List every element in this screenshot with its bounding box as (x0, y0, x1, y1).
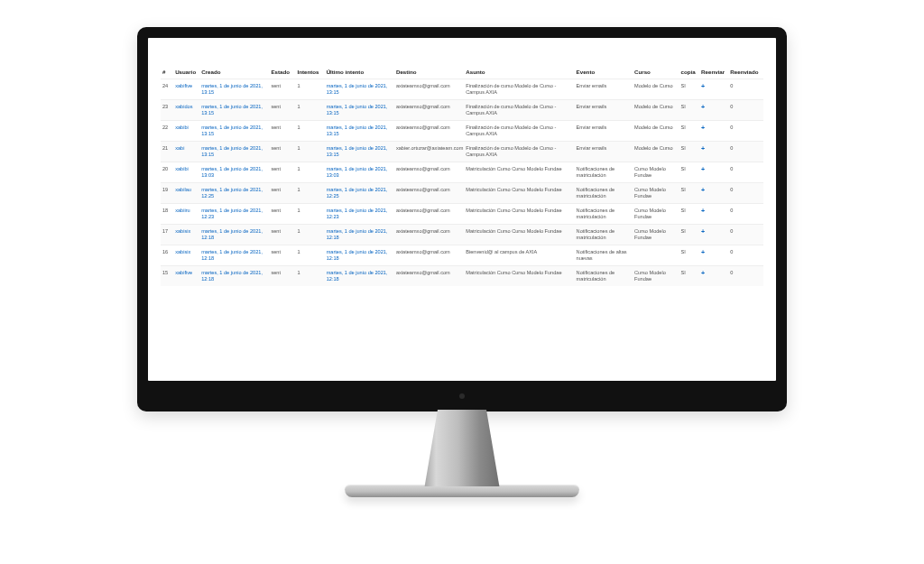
col-header-course: Curso (633, 65, 679, 79)
plus-icon[interactable]: + (701, 249, 705, 257)
cell-num: 18 (161, 203, 173, 224)
cell-num: 19 (161, 182, 173, 203)
cell-resend[interactable]: + (699, 182, 728, 203)
cell-created[interactable]: martes, 1 de junio de 2021, 13:15 (199, 141, 269, 162)
cell-last[interactable]: martes, 1 de junio de 2021, 12:18 (325, 224, 394, 245)
cell-state: sent (269, 79, 295, 100)
plus-icon[interactable]: + (701, 228, 705, 236)
cell-created[interactable]: martes, 1 de junio de 2021, 12:18 (199, 224, 269, 245)
cell-last[interactable]: martes, 1 de junio de 2021, 13:03 (325, 162, 394, 182)
cell-created[interactable]: martes, 1 de junio de 2021, 13:03 (199, 162, 269, 182)
cell-user[interactable]: xabifive (173, 79, 199, 100)
table-row: 23xabidosmartes, 1 de junio de 2021, 13:… (161, 99, 763, 120)
cell-copy: SI (679, 120, 700, 141)
cell-user[interactable]: xabilau (173, 182, 199, 203)
cell-resent: 0 (728, 224, 763, 245)
cell-last[interactable]: martes, 1 de junio de 2021, 12:18 (325, 265, 394, 285)
cell-created[interactable]: martes, 1 de junio de 2021, 13:15 (199, 79, 269, 100)
plus-icon[interactable]: + (701, 270, 705, 278)
cell-created[interactable]: martes, 1 de junio de 2021, 13:15 (199, 99, 269, 120)
plus-icon[interactable]: + (701, 208, 705, 216)
col-header-copy: copia (679, 65, 700, 79)
cell-resend[interactable]: + (699, 79, 728, 100)
cell-state: sent (269, 265, 295, 285)
col-header-dest: Destino (394, 65, 464, 79)
cell-created[interactable]: martes, 1 de junio de 2021, 12:18 (199, 245, 269, 265)
email-log-table: # Usuario Creado Estado Intentos Último … (161, 65, 763, 286)
cell-state: sent (269, 203, 295, 224)
cell-resend[interactable]: + (699, 162, 728, 182)
cell-dest: xabier.ortuzar@axiateam.com (394, 141, 464, 162)
cell-user[interactable]: xabisix (173, 245, 199, 265)
plus-icon[interactable]: + (701, 104, 705, 112)
cell-resent: 0 (728, 182, 763, 203)
cell-resend[interactable]: + (699, 141, 728, 162)
cell-event: Notificaciones de matriculación (575, 265, 633, 285)
col-header-num: # (161, 65, 173, 79)
cell-resent: 0 (728, 141, 763, 162)
cell-user[interactable]: xabifive (173, 265, 199, 285)
cell-created[interactable]: martes, 1 de junio de 2021, 13:15 (199, 120, 269, 141)
cell-dest: axiateamxo@gmail.com (394, 99, 464, 120)
cell-last[interactable]: martes, 1 de junio de 2021, 13:15 (325, 120, 394, 141)
cell-user[interactable]: xabiiru (173, 203, 199, 224)
cell-num: 22 (161, 120, 173, 141)
table-row: 18xabiirumartes, 1 de junio de 2021, 12:… (161, 203, 763, 224)
cell-resent: 0 (728, 120, 763, 141)
cell-created[interactable]: martes, 1 de junio de 2021, 12:23 (199, 203, 269, 224)
cell-resend[interactable]: + (699, 245, 728, 265)
stand-neck (421, 410, 503, 486)
cell-event: Enviar emails (575, 120, 633, 141)
cell-course: Curso Modelo Fundae (633, 203, 679, 224)
cell-user[interactable]: xabidos (173, 99, 199, 120)
plus-icon[interactable]: + (701, 145, 705, 153)
table-row: 21xabimartes, 1 de junio de 2021, 13:15s… (161, 141, 763, 162)
cell-last[interactable]: martes, 1 de junio de 2021, 12:23 (325, 203, 394, 224)
cell-course: Curso Modelo Fundae (633, 224, 679, 245)
cell-attempts: 1 (295, 79, 324, 100)
cell-user[interactable]: xabibi (173, 120, 199, 141)
cell-last[interactable]: martes, 1 de junio de 2021, 12:18 (325, 245, 394, 265)
table-body: 24xabifivemartes, 1 de junio de 2021, 13… (161, 79, 763, 286)
cell-resend[interactable]: + (699, 265, 728, 285)
cell-last[interactable]: martes, 1 de junio de 2021, 12:25 (325, 182, 394, 203)
cell-state: sent (269, 120, 295, 141)
cell-num: 24 (161, 79, 173, 100)
cell-num: 16 (161, 245, 173, 265)
plus-icon[interactable]: + (701, 125, 705, 133)
cell-user[interactable]: xabi (173, 141, 199, 162)
table-header: # Usuario Creado Estado Intentos Último … (161, 65, 763, 79)
cell-resent: 0 (728, 203, 763, 224)
cell-num: 17 (161, 224, 173, 245)
cell-resend[interactable]: + (699, 203, 728, 224)
cell-copy: SI (679, 79, 700, 100)
cell-created[interactable]: martes, 1 de junio de 2021, 12:25 (199, 182, 269, 203)
cell-user[interactable]: xabisix (173, 224, 199, 245)
cell-created[interactable]: martes, 1 de junio de 2021, 12:18 (199, 265, 269, 285)
cell-attempts: 1 (295, 245, 324, 265)
cell-resend[interactable]: + (699, 120, 728, 141)
col-header-resend: Reenviar (699, 65, 728, 79)
cell-resend[interactable]: + (699, 99, 728, 120)
cell-subject: Matriculación Curso Curso Modelo Fundae (464, 182, 574, 203)
plus-icon[interactable]: + (701, 166, 705, 174)
cell-subject: Matriculación Curso Curso Modelo Fundae (464, 224, 574, 245)
cell-num: 21 (161, 141, 173, 162)
cell-user[interactable]: xabibi (173, 162, 199, 182)
plus-icon[interactable]: + (701, 83, 705, 91)
cell-dest: axiateamxo@gmail.com (394, 245, 464, 265)
plus-icon[interactable]: + (701, 187, 705, 195)
cell-last[interactable]: martes, 1 de junio de 2021, 13:15 (325, 79, 394, 100)
cell-num: 23 (161, 99, 173, 120)
cell-resent: 0 (728, 245, 763, 265)
cell-course: Modelo de Curso (633, 79, 679, 100)
cell-last[interactable]: martes, 1 de junio de 2021, 13:15 (325, 141, 394, 162)
cell-resent: 0 (728, 99, 763, 120)
cell-course (633, 245, 679, 265)
cell-resent: 0 (728, 265, 763, 285)
cell-event: Notificaciones de matriculación (575, 162, 633, 182)
table-row: 24xabifivemartes, 1 de junio de 2021, 13… (161, 79, 763, 100)
cell-state: sent (269, 141, 295, 162)
cell-resend[interactable]: + (699, 224, 728, 245)
cell-last[interactable]: martes, 1 de junio de 2021, 13:15 (325, 99, 394, 120)
